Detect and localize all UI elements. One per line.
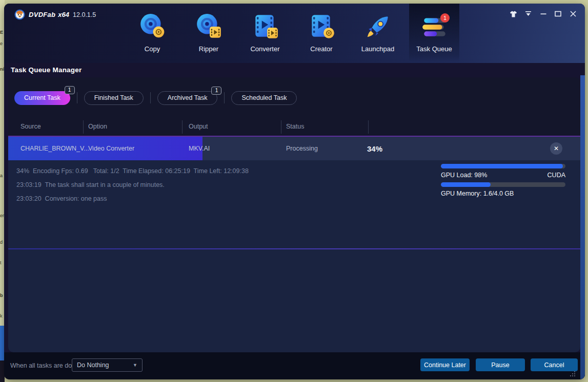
column-divider xyxy=(281,120,281,134)
gpu-memory-bar xyxy=(441,182,565,187)
minimize-icon[interactable] xyxy=(539,10,547,17)
gpu-load-bar xyxy=(441,164,565,168)
nav-label: Ripper xyxy=(184,45,234,53)
minimize-to-tray-icon[interactable] xyxy=(524,10,532,17)
nav-label: Launchpad xyxy=(353,45,403,53)
dvdfab-window: DVDFab x64 12.0.1.5 xyxy=(4,4,585,379)
disc-copy-icon xyxy=(138,12,167,41)
task-status: Processing xyxy=(286,137,318,160)
footer-bar: When all tasks are done: Do Nothing ▼ Co… xyxy=(4,352,585,379)
gpu-memory-label: GPU Memory: 1.6/4.0 GB xyxy=(441,190,565,197)
bg-text-fragment: E xyxy=(0,30,3,35)
tab-count-badge: 1 xyxy=(211,87,221,95)
task-queue-panel: Current Task 1 Finished Task Archived Ta… xyxy=(8,77,580,352)
continue-later-button[interactable]: Continue Later xyxy=(420,358,470,371)
maximize-icon[interactable] xyxy=(554,10,562,17)
bg-text-fragment: ní xyxy=(0,67,4,72)
tab-label: Scheduled Task xyxy=(241,94,287,101)
bg-text-fragment: b xyxy=(0,293,3,298)
column-header-status: Status xyxy=(286,123,304,130)
close-icon[interactable] xyxy=(569,10,577,17)
bg-text-fragment: t xyxy=(0,260,2,265)
nav-label: Task Queue xyxy=(409,45,459,53)
when-done-dropdown[interactable]: Do Nothing ▼ xyxy=(72,358,143,372)
gpu-load-label: GPU Load: 98% xyxy=(441,172,487,179)
pause-button[interactable]: Pause xyxy=(476,358,525,371)
tab-current-task[interactable]: Current Task 1 xyxy=(14,91,70,105)
column-header-option: Option xyxy=(88,123,107,130)
app-version: 12.0.1.5 xyxy=(73,11,96,18)
bg-text-fragment: e xyxy=(0,41,3,46)
nav-label: Creator xyxy=(296,45,347,53)
tab-separator xyxy=(224,92,225,103)
bg-text-fragment: er xyxy=(0,213,4,218)
task-output: MKV.AI xyxy=(189,137,210,160)
log-line: 23:03:19 The task shall start in a coupl… xyxy=(16,178,249,192)
task-log: 34% Encoding Fps: 0.69 Total: 1/2 Time E… xyxy=(16,164,249,206)
task-tabs: Current Task 1 Finished Task Archived Ta… xyxy=(14,88,297,108)
tab-finished-task[interactable]: Finished Task xyxy=(84,91,144,105)
nav-label: Copy xyxy=(127,45,177,53)
page-title: Task Queue Manager xyxy=(11,66,82,74)
film-create-icon xyxy=(307,12,336,41)
column-header-source: Source xyxy=(21,123,41,130)
titlebar: DVDFab x64 12.0.1.5 xyxy=(14,9,96,20)
task-cancel-icon[interactable]: ✕ xyxy=(550,142,562,155)
gpu-api-label: CUDA xyxy=(548,172,565,179)
task-option: Video Converter xyxy=(88,137,134,160)
tab-label: Current Task xyxy=(24,94,60,101)
cancel-button[interactable]: Cancel xyxy=(531,358,578,371)
rocket-icon xyxy=(363,12,392,41)
gpu-load-bar-fill xyxy=(441,164,563,168)
task-source: CHARLIE_BROWN_V... xyxy=(21,137,89,160)
tab-label: Archived Task xyxy=(168,94,208,101)
dropdown-value: Do Nothing xyxy=(77,362,133,369)
section-separator xyxy=(8,248,580,249)
screen: E e ní a er d F t b k DVDFab xyxy=(0,0,588,382)
film-convert-icon xyxy=(251,12,279,41)
column-divider xyxy=(83,120,84,134)
tab-count-badge: 1 xyxy=(65,86,75,94)
column-divider xyxy=(182,120,183,134)
tab-label: Finished Task xyxy=(94,94,133,101)
nav-label: Converter xyxy=(240,45,290,53)
dvdfab-logo-icon xyxy=(14,9,25,20)
task-row[interactable]: CHARLIE_BROWN_V... Video Converter MKV.A… xyxy=(8,136,580,160)
nav-item-copy[interactable]: Copy xyxy=(127,12,177,53)
gpu-monitor: GPU Load: 98% CUDA GPU Memory: 1.6/4.0 G… xyxy=(441,164,565,197)
bg-text-fragment: a xyxy=(0,173,3,178)
app-arch: x64 xyxy=(58,11,69,18)
nav-item-launchpad[interactable]: Launchpad xyxy=(353,12,403,53)
tab-archived-task[interactable]: Archived Task 1 xyxy=(157,91,218,105)
tab-separator xyxy=(77,92,77,103)
skin-tshirt-icon[interactable] xyxy=(510,10,517,17)
tab-separator xyxy=(150,92,151,103)
nav-item-creator[interactable]: Creator xyxy=(296,12,347,53)
bg-text-fragment: k xyxy=(0,313,3,319)
nav-item-ripper[interactable]: Ripper xyxy=(184,12,234,53)
table-header: Source Option Output Status xyxy=(8,117,580,136)
when-done-label: When all tasks are done: xyxy=(10,362,81,369)
task-queue-count-badge: 1 xyxy=(440,13,450,23)
tab-scheduled-task[interactable]: Scheduled Task xyxy=(231,91,297,105)
nav-item-task-queue[interactable]: Task Queue xyxy=(409,12,459,53)
window-header: DVDFab x64 12.0.1.5 xyxy=(4,4,585,63)
gpu-memory-bar-fill xyxy=(441,182,491,187)
window-controls xyxy=(510,10,577,17)
log-line: 23:03:20 Conversion: one pass xyxy=(16,192,249,206)
window-frame-edge xyxy=(580,75,585,379)
nav-item-converter[interactable]: Converter xyxy=(240,12,290,53)
app-brand: DVDFab xyxy=(29,11,55,18)
column-header-output: Output xyxy=(189,123,208,130)
task-progress-percent: 34% xyxy=(367,137,382,160)
disc-rip-icon xyxy=(194,12,223,41)
column-divider xyxy=(368,120,369,134)
log-line: 34% Encoding Fps: 0.69 Total: 1/2 Time E… xyxy=(16,164,249,178)
resize-grip[interactable] xyxy=(569,370,576,377)
chevron-down-icon: ▼ xyxy=(133,363,137,368)
